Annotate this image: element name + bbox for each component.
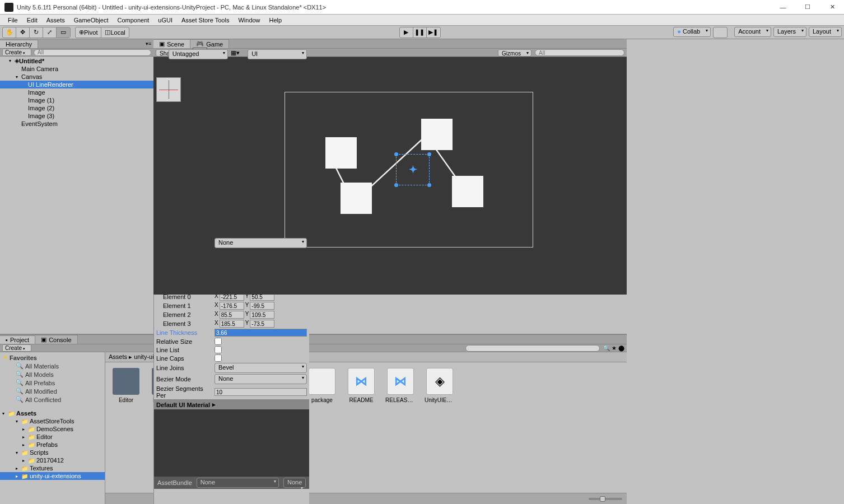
favorite-item[interactable]: 🔍All Modified <box>0 387 105 395</box>
hierarchy-tabs: Hierarchy ▾≡ <box>0 39 153 49</box>
asset-item[interactable]: package <box>307 368 337 403</box>
hierarchy-item[interactable]: Image (1) <box>0 96 153 104</box>
asset-item[interactable]: Editor <box>111 368 141 403</box>
element-3-x-input[interactable] <box>220 320 244 328</box>
image-box[interactable] <box>421 119 453 150</box>
thumbnail-size-slider[interactable] <box>589 498 622 500</box>
element-2-y-input[interactable] <box>250 311 274 319</box>
default-material-header[interactable]: Default UI Material ▸ <box>154 400 309 409</box>
improve-res-dropdown[interactable]: None <box>215 238 307 248</box>
bezier-mode-dropdown[interactable]: None <box>215 374 307 384</box>
image-box[interactable] <box>452 176 483 207</box>
local-toggle[interactable]: ◫ Local <box>101 27 128 38</box>
hierarchy-create-button[interactable]: Create <box>2 49 31 56</box>
hierarchy-item[interactable]: Image (3) <box>0 112 153 120</box>
menu-window[interactable]: Window <box>234 16 264 25</box>
hierarchy-search-input[interactable] <box>34 49 151 56</box>
image-box[interactable] <box>341 183 372 214</box>
tag-dropdown[interactable]: Untagged <box>169 49 228 59</box>
asset-item[interactable]: ⋈README <box>346 368 376 403</box>
project-create-button[interactable]: Create <box>2 344 31 352</box>
bezier-segments-input[interactable] <box>215 388 307 396</box>
hierarchy-item[interactable]: Image <box>0 88 153 96</box>
maximize-button[interactable]: ☐ <box>800 2 815 13</box>
selection-gizmo[interactable]: ✦ <box>396 154 430 185</box>
favorite-item[interactable]: 🔍All Materials <box>0 362 105 370</box>
step-button[interactable]: ▶❚ <box>427 27 440 38</box>
minimize-button[interactable]: — <box>776 2 790 13</box>
menu-edit[interactable]: Edit <box>22 16 42 25</box>
element-2-x-input[interactable] <box>220 311 244 319</box>
favorite-item[interactable]: 🔍All Models <box>0 370 105 379</box>
menu-assetstoretools[interactable]: Asset Store Tools <box>177 16 234 25</box>
hierarchy-tab[interactable]: Hierarchy <box>0 40 38 48</box>
layers-dropdown[interactable]: Layers <box>773 27 806 37</box>
account-dropdown[interactable]: Account <box>734 27 771 37</box>
layout-dropdown[interactable]: Layout <box>809 27 842 37</box>
line-caps-checkbox[interactable] <box>215 354 222 362</box>
relative-size-checkbox[interactable] <box>215 338 222 345</box>
folder-item[interactable]: ▸📁20170412 <box>0 456 105 464</box>
hierarchy-item[interactable]: Main Camera <box>0 65 153 73</box>
favorites-header[interactable]: ★Favorites <box>0 353 105 362</box>
layer-dropdown[interactable]: UI <box>248 49 307 59</box>
scene-tab[interactable]: ▣ Scene <box>153 39 190 48</box>
collab-dropdown[interactable]: ● Collab <box>673 27 711 37</box>
window-title: Unity 5.6.1f1 Personal (64bit) - Untitle… <box>17 4 776 11</box>
assetbundle-variant-dropdown[interactable]: None <box>283 478 306 488</box>
favorite-item[interactable]: 🔍All Prefabs <box>0 379 105 387</box>
menu-ugui[interactable]: uGUI <box>153 16 177 25</box>
hand-tool[interactable]: ✋ <box>3 27 16 38</box>
element-1-y-input[interactable] <box>250 302 274 310</box>
line-joins-dropdown[interactable]: Bevel <box>215 363 307 373</box>
scene-item[interactable]: ▾◈ Untitled* <box>0 57 153 65</box>
menu-help[interactable]: Help <box>265 16 287 25</box>
rotate-tool[interactable]: ↻ <box>30 27 43 38</box>
scene-search-input[interactable] <box>535 49 624 56</box>
folder-item[interactable]: ▾📁Scripts <box>0 449 105 456</box>
scale-tool[interactable]: ⤢ <box>43 27 57 38</box>
folder-item[interactable]: ▸📁Editor <box>0 433 105 441</box>
asset-item[interactable]: ◈UnityUIExt... <box>425 368 455 403</box>
assets-header[interactable]: ▾📁Assets <box>0 409 105 417</box>
cloud-button[interactable] <box>714 27 727 38</box>
image-box[interactable] <box>325 137 357 169</box>
hierarchy-item[interactable]: ▾Canvas <box>0 73 153 81</box>
folder-item[interactable]: ▸📁unity-ui-extensions <box>0 472 105 480</box>
anchor-preset-button[interactable] <box>156 77 181 102</box>
line-list-checkbox[interactable] <box>215 346 222 353</box>
assetbundle-dropdown[interactable]: None <box>197 478 279 488</box>
folder-item[interactable]: ▸📁Textures <box>0 464 105 472</box>
menu-file[interactable]: File <box>3 16 22 25</box>
panel-menu-icon[interactable]: ▾≡ <box>143 41 153 46</box>
folder-item[interactable]: ▸📁Prefabs <box>0 441 105 449</box>
play-button[interactable]: ▶ <box>400 27 413 38</box>
menu-component[interactable]: Component <box>113 16 153 25</box>
folder-item[interactable]: ▸📁DemoScenes <box>0 425 105 433</box>
project-tab[interactable]: ▪ Project <box>0 335 35 344</box>
element-1-x-input[interactable] <box>220 302 244 310</box>
close-button[interactable]: ✕ <box>825 2 840 13</box>
favorite-item[interactable]: 🔍All Conflicted <box>0 395 105 404</box>
folder-item[interactable]: ▾📁AssetStoreTools <box>0 417 105 425</box>
thickness-input[interactable] <box>215 329 307 337</box>
game-tab[interactable]: 🎮 Game <box>190 39 229 48</box>
pause-button[interactable]: ❚❚ <box>413 27 427 38</box>
hierarchy-item[interactable]: Image (2) <box>0 104 153 112</box>
rect-tool[interactable]: ▭ <box>57 27 70 38</box>
menu-gameobject[interactable]: GameObject <box>69 16 113 25</box>
asset-item[interactable]: ⋈RELEASE... <box>385 368 416 403</box>
hierarchy-item[interactable]: EventSystem <box>0 120 153 128</box>
pivot-toggle[interactable]: ⊕ Pivot <box>76 27 101 38</box>
breadcrumb-assets[interactable]: Assets <box>109 353 127 360</box>
element-3-y-input[interactable] <box>250 320 274 328</box>
console-tab[interactable]: ▣ Console <box>35 335 77 344</box>
project-search-input[interactable] <box>465 345 600 352</box>
fx-icon[interactable]: ▦▾ <box>231 49 240 57</box>
move-tool[interactable]: ✥ <box>16 27 30 38</box>
menu-assets[interactable]: Assets <box>42 16 69 25</box>
hierarchy-item[interactable]: UI LineRenderer <box>0 81 153 88</box>
gizmos-dropdown[interactable]: Gizmos <box>498 49 531 57</box>
thickness-label: Line Thickness <box>156 329 212 336</box>
scene-viewport[interactable]: ✦ <box>153 57 627 295</box>
